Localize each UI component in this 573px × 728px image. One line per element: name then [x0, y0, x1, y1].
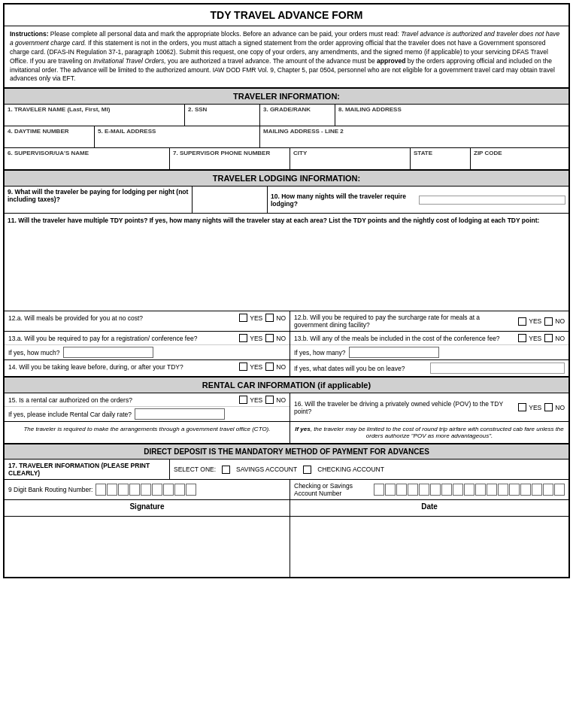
q17-label: 17. TRAVELER INFORMATION (PLEASE PRINT C…	[5, 460, 170, 479]
digit-box-5[interactable]	[141, 484, 151, 496]
input-sup-phone[interactable]	[173, 158, 286, 168]
input-q13a-amount[interactable]	[63, 347, 153, 358]
q15-yes-checkbox[interactable]	[239, 396, 247, 404]
sig-header-row: Signature Date	[5, 500, 568, 517]
input-mailing[interactable]	[338, 114, 565, 124]
input-city[interactable]	[293, 158, 407, 168]
acct-box-13[interactable]	[509, 484, 520, 496]
traveler-info-header: TRAVELER INFORMATION:	[5, 88, 568, 105]
acct-box-16[interactable]	[543, 484, 553, 496]
acct-box-2[interactable]	[385, 484, 396, 496]
cell-zip: ZIP CODE	[471, 148, 568, 169]
acct-box-11[interactable]	[487, 484, 497, 496]
cell-q16: 16. Will the traveler be driving a priva…	[290, 393, 568, 421]
acct-box-10[interactable]	[475, 484, 486, 496]
q12b-yes-group: YES	[518, 317, 541, 326]
cell-q12a: 12.a. Will meals be provided for you at …	[5, 311, 290, 331]
acct-box-4[interactable]	[408, 484, 418, 496]
input-name[interactable]	[8, 114, 181, 124]
q12a-content: 12.a. Will meals be provided for you at …	[5, 311, 290, 324]
cell-daytime: 4. DAYTIME NUMBER	[5, 126, 95, 147]
form-title: TDY TRAVEL ADVANCE FORM	[5, 5, 568, 26]
rental-note-left: The traveler is required to make the arr…	[5, 422, 290, 443]
q16-no-checkbox[interactable]	[544, 403, 553, 411]
sig-area-left[interactable]	[5, 517, 290, 577]
cell-supervisor: 6. SUPERVISOR/UA'S NAME	[5, 148, 170, 169]
q15-sub: If yes, please include Rental Car daily …	[5, 406, 290, 421]
q15-yes-group: YES	[239, 396, 262, 404]
cell-mailing2: MAILING ADDRESS - LINE 2	[260, 126, 568, 147]
q12b-yes-label: YES	[529, 317, 541, 325]
acct-box-17[interactable]	[554, 484, 565, 496]
cell-q9-label: 9. What will the traveler be paying for …	[5, 187, 193, 213]
q13a-yes-label: YES	[250, 335, 262, 342]
input-grade[interactable]	[263, 114, 332, 124]
q13b-yes-label: YES	[529, 335, 541, 342]
label-name: 1. TRAVELER NAME (Last, First, MI)	[8, 106, 181, 113]
acct-box-7[interactable]	[441, 484, 452, 496]
acct-box-9[interactable]	[464, 484, 474, 496]
sig-area-right[interactable]	[290, 517, 568, 577]
acct-box-15[interactable]	[532, 484, 542, 496]
q14-yes-checkbox[interactable]	[239, 362, 247, 371]
digit-box-6[interactable]	[152, 484, 162, 496]
digit-box-4[interactable]	[129, 484, 140, 496]
q15-yes-label: YES	[250, 396, 262, 404]
input-state[interactable]	[414, 158, 467, 168]
savings-checkbox[interactable]	[222, 466, 230, 474]
q12a-yes-checkbox[interactable]	[239, 314, 247, 322]
acct-box-8[interactable]	[453, 484, 463, 496]
digit-box-3[interactable]	[118, 484, 129, 496]
cell-email: 5. E-MAIL ADDRESS	[95, 126, 260, 147]
cell-sup-phone: 7. SUPERVISOR PHONE NUMBER	[170, 148, 290, 169]
q12b-content: 12.b. Will you be required to pay the su…	[290, 311, 568, 331]
acct-box-1[interactable]	[374, 484, 384, 496]
input-mailing2[interactable]	[263, 136, 565, 146]
input-q13b-many[interactable]	[349, 347, 439, 358]
q16-yes-checkbox[interactable]	[518, 403, 526, 411]
label-ssn: 2. SSN	[188, 106, 256, 113]
q13b-yes-checkbox[interactable]	[518, 334, 526, 342]
input-daytime[interactable]	[8, 136, 91, 146]
digit-box-8[interactable]	[174, 484, 185, 496]
input-q14-dates[interactable]	[430, 362, 565, 374]
input-q10[interactable]	[419, 196, 565, 205]
q13a-no-label: NO	[276, 335, 286, 342]
routing-label: 9 Digit Bank Routing Number:	[8, 486, 92, 493]
acct-box-14[interactable]	[520, 484, 531, 496]
q13a-no-checkbox[interactable]	[265, 334, 274, 342]
q15-no-checkbox[interactable]	[265, 396, 274, 404]
acct-box-6[interactable]	[430, 484, 441, 496]
traveler-row-2: 4. DAYTIME NUMBER 5. E-MAIL ADDRESS MAIL…	[5, 126, 568, 148]
input-zip[interactable]	[474, 158, 565, 168]
q13b-sub: If yes, how many?	[290, 344, 568, 359]
input-q15-rate[interactable]	[135, 408, 225, 420]
input-q9[interactable]	[196, 188, 264, 211]
label-city: CITY	[293, 150, 407, 156]
q12b-yes-checkbox[interactable]	[518, 317, 526, 326]
q13b-label: 13.b. Will any of the meals be included …	[294, 335, 515, 342]
acct-box-12[interactable]	[498, 484, 508, 496]
q14-yes-label: YES	[250, 363, 262, 371]
q13a-yes-checkbox[interactable]	[239, 334, 247, 342]
digit-box-7[interactable]	[163, 484, 174, 496]
dd-select-section: SELECT ONE: SAVINGS ACCOUNT CHECKING ACC…	[170, 460, 568, 479]
q13b-no-checkbox[interactable]	[544, 334, 553, 342]
input-supervisor[interactable]	[8, 158, 166, 168]
acct-box-3[interactable]	[396, 484, 407, 496]
digit-box-1[interactable]	[96, 484, 106, 496]
input-ssn[interactable]	[188, 114, 256, 124]
q14-no-checkbox[interactable]	[265, 362, 274, 371]
q14-yes-group: YES	[239, 362, 262, 371]
digit-box-9[interactable]	[186, 484, 196, 496]
q12b-no-checkbox[interactable]	[544, 317, 553, 326]
input-email[interactable]	[98, 136, 256, 146]
tdy-points-area: 11. Will the traveler have multiple TDY …	[5, 214, 568, 311]
checking-checkbox[interactable]	[303, 466, 311, 474]
acct-box-5[interactable]	[419, 484, 429, 496]
q15-label: 15. Is a rental car authorized on the or…	[8, 396, 236, 404]
digit-box-2[interactable]	[107, 484, 117, 496]
q12a-no-checkbox[interactable]	[265, 314, 274, 322]
q14-no-group: NO	[265, 362, 286, 371]
q16-yes-group: YES	[518, 403, 541, 411]
